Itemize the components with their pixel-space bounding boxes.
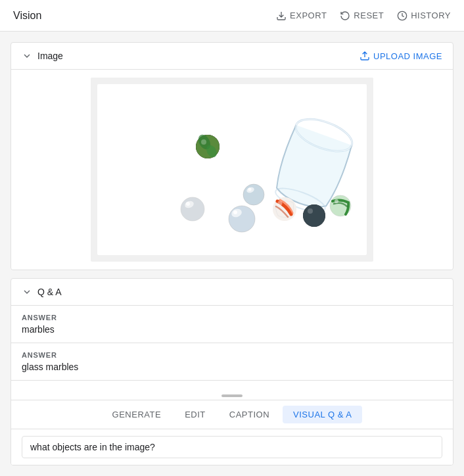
image-panel: Image UPLOAD IMAGE: [11, 42, 453, 270]
svg-point-28: [229, 206, 255, 232]
svg-point-14: [186, 202, 190, 206]
history-icon: [397, 11, 407, 21]
qa-panel-title: Q & A: [37, 287, 62, 297]
answer-text-1: marbles: [22, 324, 442, 335]
qa-collapse-icon[interactable]: [22, 287, 32, 297]
svg-point-16: [243, 184, 264, 205]
scroll-bar: [221, 394, 243, 397]
svg-point-26: [335, 199, 338, 203]
answer-block-2: ANSWER glass marbles: [11, 343, 453, 381]
qa-panel-header: Q & A: [11, 279, 453, 306]
collapse-icon[interactable]: [22, 51, 32, 61]
export-icon: [276, 11, 287, 21]
reset-icon: [340, 11, 350, 21]
answer-label-1: ANSWER: [22, 314, 442, 321]
tab-visual-qa[interactable]: VISUAL Q & A: [283, 406, 362, 423]
image-panel-title: Image: [37, 51, 63, 61]
svg-point-20: [278, 201, 283, 206]
qa-panel: Q & A ANSWER marbles ANSWER glass marble…: [11, 278, 453, 465]
svg-point-18: [248, 188, 252, 191]
svg-point-30: [233, 210, 237, 214]
image-panel-header: Image UPLOAD IMAGE: [11, 43, 453, 70]
topbar: Vision EXPORT RESET HISTORY: [0, 0, 464, 32]
upload-image-button[interactable]: UPLOAD IMAGE: [360, 51, 442, 61]
scroll-indicator: [11, 392, 453, 400]
qa-panel-header-left: Q & A: [22, 287, 62, 297]
answer-block-1: ANSWER marbles: [11, 306, 453, 343]
history-button[interactable]: HISTORY: [397, 11, 451, 21]
svg-point-12: [181, 197, 204, 221]
svg-point-22: [303, 204, 325, 227]
input-bar: [11, 429, 453, 465]
image-panel-header-left: Image: [22, 51, 63, 61]
export-button[interactable]: EXPORT: [276, 11, 327, 21]
upload-icon: [360, 51, 370, 61]
qa-answers-list: ANSWER marbles ANSWER glass marbles: [11, 306, 453, 392]
tab-edit[interactable]: EDIT: [174, 406, 216, 423]
answer-text-2: glass marbles: [22, 362, 442, 372]
marble-image: [91, 78, 373, 262]
image-container: [11, 70, 453, 270]
svg-point-10: [201, 139, 206, 145]
tab-caption[interactable]: CAPTION: [219, 406, 280, 423]
reset-button[interactable]: RESET: [340, 11, 384, 21]
app-title: Vision: [13, 10, 276, 22]
tab-bar: GENERATE EDIT CAPTION VISUAL Q & A: [11, 400, 453, 429]
topbar-actions: EXPORT RESET HISTORY: [276, 11, 451, 21]
question-input[interactable]: [22, 436, 442, 458]
main-content: Image UPLOAD IMAGE: [0, 32, 464, 476]
svg-point-23: [308, 208, 313, 214]
tab-generate[interactable]: GENERATE: [102, 406, 172, 423]
answer-label-2: ANSWER: [22, 351, 442, 359]
